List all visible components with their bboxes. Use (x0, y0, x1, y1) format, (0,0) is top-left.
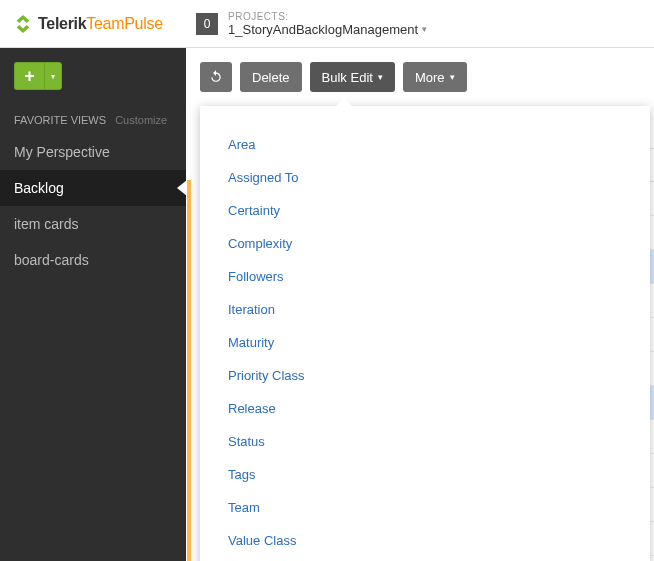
row-type-strip (187, 520, 191, 554)
row-type-strip (187, 316, 191, 350)
delete-button[interactable]: Delete (240, 62, 302, 92)
add-button[interactable]: + (14, 62, 44, 90)
logo-text-telerik: Telerik (38, 15, 86, 33)
content-area: Delete Bulk Edit ▾ More ▾ tus: Not Start… (186, 48, 654, 561)
row-type-strip (187, 554, 191, 561)
project-count-badge[interactable]: 0 (196, 13, 218, 35)
bulk-edit-option-value-class[interactable]: Value Class (200, 524, 650, 557)
sidebar-item-my-perspective[interactable]: My Perspective (0, 134, 186, 170)
more-label: More (415, 70, 445, 85)
telerik-logo-icon (14, 15, 32, 33)
bulk-edit-label: Bulk Edit (322, 70, 373, 85)
row-type-strip (187, 248, 191, 282)
logo: Telerik TeamPulse (0, 15, 186, 33)
chevron-down-icon: ▾ (378, 72, 383, 82)
customize-link[interactable]: Customize (115, 114, 167, 126)
bulk-edit-option-followers[interactable]: Followers (200, 260, 650, 293)
row-type-strip (187, 486, 191, 520)
row-type-strip (187, 282, 191, 316)
bulk-edit-option-iteration[interactable]: Iteration (200, 293, 650, 326)
favorite-views-label: FAVORITE VIEWS (14, 114, 106, 126)
refresh-button[interactable] (200, 62, 232, 92)
row-type-strip (187, 418, 191, 452)
bulk-edit-option-release[interactable]: Release (200, 392, 650, 425)
app-header: Telerik TeamPulse 0 PROJECTS: 1_StoryAnd… (0, 0, 654, 48)
more-button[interactable]: More ▾ (403, 62, 467, 92)
row-type-strip (187, 180, 191, 214)
bulk-edit-option-team[interactable]: Team (200, 491, 650, 524)
chevron-down-icon: ▾ (422, 24, 427, 34)
row-type-strip (187, 384, 191, 418)
sidebar-item-backlog[interactable]: Backlog (0, 170, 186, 206)
bulk-edit-option-assigned-to[interactable]: Assigned To (200, 161, 650, 194)
bulk-edit-option-tags[interactable]: Tags (200, 458, 650, 491)
refresh-icon (209, 69, 223, 86)
bulk-edit-option-maturity[interactable]: Maturity (200, 326, 650, 359)
bulk-edit-option-area[interactable]: Area (200, 128, 650, 161)
project-name: 1_StoryAndBacklogManagement (228, 22, 418, 37)
row-type-strip (187, 350, 191, 384)
project-selector[interactable]: PROJECTS: 1_StoryAndBacklogManagement ▾ (228, 11, 427, 37)
bulk-edit-option-priority-class[interactable]: Priority Class (200, 359, 650, 392)
row-type-strip (187, 214, 191, 248)
toolbar: Delete Bulk Edit ▾ More ▾ (186, 48, 654, 106)
row-type-strip (187, 452, 191, 486)
sidebar-item-board-cards[interactable]: board-cards (0, 242, 186, 278)
projects-label: PROJECTS: (228, 11, 427, 22)
bulk-edit-option-certainty[interactable]: Certainty (200, 194, 650, 227)
sidebar-item-item-cards[interactable]: item cards (0, 206, 186, 242)
bulk-edit-option-status[interactable]: Status (200, 425, 650, 458)
add-button-dropdown[interactable]: ▾ (44, 62, 62, 90)
favorite-views-header: FAVORITE VIEWS Customize (0, 106, 186, 134)
bulk-edit-button[interactable]: Bulk Edit ▾ (310, 62, 395, 92)
sidebar: + ▾ FAVORITE VIEWS Customize My Perspect… (0, 48, 186, 561)
bulk-edit-option-complexity[interactable]: Complexity (200, 227, 650, 260)
chevron-down-icon: ▾ (450, 72, 455, 82)
logo-text-teampulse: TeamPulse (86, 15, 162, 33)
bulk-edit-dropdown: AreaAssigned ToCertaintyComplexityFollow… (200, 106, 650, 561)
